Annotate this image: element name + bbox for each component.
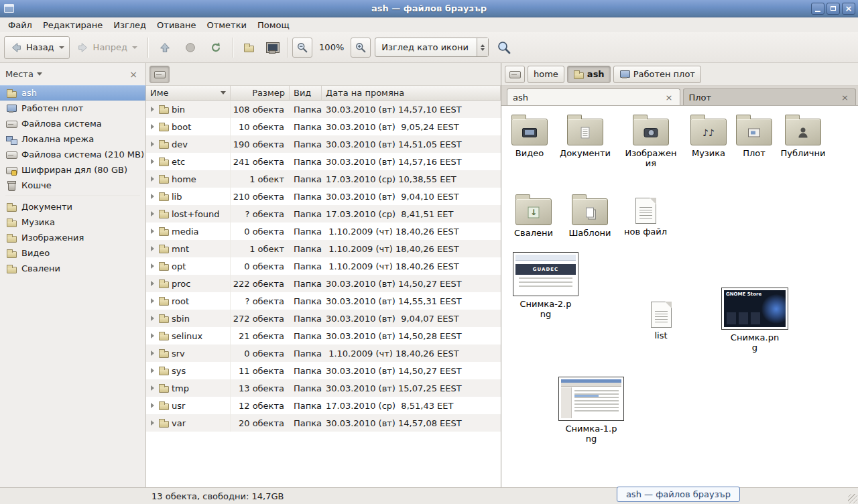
icon-snimka-1[interactable]: Снимка-1.png [554, 377, 628, 444]
expander-icon[interactable] [151, 316, 154, 321]
table-row-media[interactable]: media0 обектаПапка 1.10.2009 (чт) 18,40,… [146, 223, 501, 240]
menu-bookmarks[interactable]: Отметки [201, 19, 251, 32]
expander-icon[interactable] [151, 194, 154, 199]
maximize-button[interactable] [826, 3, 840, 15]
expander-icon[interactable] [151, 107, 154, 112]
icon-list[interactable]: list [633, 298, 689, 341]
sidebar-item-trash[interactable]: Кошче [0, 178, 145, 193]
expander-icon[interactable] [151, 368, 154, 373]
expander-icon[interactable] [151, 263, 154, 269]
icon-downloads[interactable]: Свалени [505, 194, 562, 239]
sidebar-item-videos[interactable]: Видео [0, 245, 145, 261]
menu-go[interactable]: Отиване [151, 19, 201, 32]
computer-button[interactable] [261, 36, 282, 59]
table-row-tmp[interactable]: tmp13 обектаПапка30.03.2010 (вт) 15,07,2… [146, 379, 501, 397]
sidebar-selector-chevron-icon[interactable] [37, 72, 42, 76]
home-button[interactable] [238, 36, 259, 59]
icon-templates[interactable]: Шаблони [562, 194, 618, 239]
table-row-sbin[interactable]: sbin272 обектаПапка30.03.2010 (вт) 9,04,… [146, 310, 501, 327]
menu-edit[interactable]: Редактиране [38, 19, 108, 32]
expander-icon[interactable] [151, 124, 154, 129]
icon-view-canvas[interactable]: ВидеоДокументиИзображенияМузикаПлотПубли… [501, 106, 858, 487]
expander-icon[interactable] [151, 333, 154, 338]
expander-icon[interactable] [151, 176, 154, 182]
pathbar-button-root[interactable] [149, 66, 170, 83]
column-header-modified[interactable]: Дата на промяна [322, 86, 501, 100]
sidebar-item-downloads[interactable]: Свалени [0, 261, 145, 276]
expander-icon[interactable] [151, 229, 154, 234]
forward-history-chevron-icon[interactable] [132, 46, 137, 49]
close-button[interactable]: × [842, 3, 855, 15]
table-row-selinux[interactable]: selinux21 обектаПапка30.03.2010 (вт) 14,… [146, 327, 501, 344]
pathbar-button-home[interactable]: home [528, 66, 564, 83]
icon-videos[interactable]: Видео [501, 114, 558, 159]
table-row-var[interactable]: var20 обектаПапка30.03.2010 (вт) 14,57,0… [146, 414, 501, 432]
minimize-button[interactable] [811, 3, 824, 15]
table-row-etc[interactable]: etc241 обектаПапка30.03.2010 (вт) 14,57,… [146, 153, 501, 170]
expander-icon[interactable] [151, 420, 154, 426]
icon-desktop[interactable]: Плот [726, 114, 782, 159]
pathbar-button-desktop[interactable]: Работен плот [613, 66, 701, 83]
sidebar-item-music[interactable]: Музика [0, 214, 145, 230]
tab-close-icon[interactable]: × [664, 93, 674, 102]
table-row-home[interactable]: home1 обектПапка17.03.2010 (ср) 10,38,55… [146, 170, 501, 188]
table-row-root[interactable]: root? обектаПапка30.03.2010 (вт) 14,55,3… [146, 292, 501, 310]
expander-icon[interactable] [151, 211, 154, 216]
sidebar-item-encrypted-80gb[interactable]: Шифриран дял (80 GB) [0, 162, 145, 178]
column-header-type[interactable]: Вид [290, 86, 322, 100]
sidebar-close-button[interactable]: × [127, 70, 140, 79]
pathbar-button-filesystem-root[interactable] [505, 66, 525, 83]
expander-icon[interactable] [151, 159, 154, 164]
forward-button[interactable]: Напред [71, 36, 143, 59]
sidebar-item-local-network[interactable]: Локална мрежа [0, 131, 145, 147]
search-button[interactable] [493, 36, 515, 59]
menu-file[interactable]: Файл [3, 19, 38, 32]
expander-icon[interactable] [151, 385, 154, 391]
sidebar-item-pictures[interactable]: Изображения [0, 230, 145, 245]
icon-snimka-2[interactable]: GUADECСнимка-2.png [509, 252, 583, 320]
expander-icon[interactable] [151, 141, 154, 147]
view-mode-select[interactable]: Изглед като икони [375, 38, 489, 57]
view-mode-spinner[interactable] [477, 38, 488, 56]
table-row-boot[interactable]: boot10 обектаПапка30.03.2010 (вт) 9,05,2… [146, 118, 501, 135]
sidebar-item-documents[interactable]: Документи [0, 199, 145, 214]
sidebar-item-filesystem-210mb[interactable]: Файлова система (210 MB) [0, 147, 145, 162]
zoom-out-button[interactable] [292, 38, 312, 58]
table-row-lib[interactable]: lib210 обектаПапка30.03.2010 (вт) 9,04,1… [146, 188, 501, 205]
tab-ash[interactable]: ash× [507, 88, 680, 105]
column-header-size[interactable]: Размер [231, 86, 290, 100]
titlebar[interactable]: ash — файлов браузър × [0, 0, 858, 17]
tab-close-icon[interactable]: × [840, 93, 850, 102]
pathbar-button-ash[interactable]: ash [567, 66, 611, 83]
table-row-opt[interactable]: opt0 обектаПапка 1.10.2009 (чт) 18,40,26… [146, 257, 501, 275]
up-button[interactable] [153, 36, 177, 59]
icon-new-file[interactable]: нов файл [617, 194, 674, 237]
table-row-bin[interactable]: bin108 обектаПапка30.03.2010 (вт) 14,57,… [146, 101, 501, 118]
sidebar-item-desktop[interactable]: Работен плот [0, 101, 145, 116]
expander-icon[interactable] [151, 403, 154, 408]
expander-icon[interactable] [151, 351, 154, 356]
expander-icon[interactable] [151, 246, 154, 251]
icon-documents[interactable]: Документи [557, 114, 613, 159]
back-history-chevron-icon[interactable] [59, 46, 64, 49]
table-row-mnt[interactable]: mnt1 обектПапка 1.10.2009 (чт) 18,40,26 … [146, 240, 501, 257]
table-row-sys[interactable]: sys11 обектаПапка30.03.2010 (вт) 14,50,2… [146, 362, 501, 379]
sidebar-item-ash[interactable]: ash [0, 85, 145, 101]
icon-snimka[interactable]: GNOME StoreСнимка.png [718, 288, 792, 353]
table-row-dev[interactable]: dev190 обектаПапка30.03.2010 (вт) 14,51,… [146, 135, 501, 153]
menu-help[interactable]: Помощ [252, 19, 295, 32]
zoom-in-button[interactable] [351, 38, 371, 58]
taskbar-window-button[interactable]: ash — файлов браузър [617, 487, 740, 502]
tab-plot[interactable]: Плот× [683, 88, 857, 105]
resize-grip[interactable] [848, 494, 857, 503]
expander-icon[interactable] [151, 281, 154, 286]
sidebar-item-filesystem[interactable]: Файлова система [0, 116, 145, 131]
reload-button[interactable] [204, 36, 228, 59]
icon-public[interactable]: Публични [775, 114, 831, 159]
column-header-name[interactable]: Име [146, 86, 231, 100]
table-row-srv[interactable]: srv0 обектаПапка 1.10.2009 (чт) 18,40,26… [146, 344, 501, 362]
table-row-usr[interactable]: usr12 обектаПапка17.03.2010 (ср) 8,51,43… [146, 397, 501, 414]
table-row-proc[interactable]: proc222 обектаПапка30.03.2010 (вт) 14,50… [146, 275, 501, 292]
back-button[interactable]: Назад [4, 36, 70, 59]
icon-pictures[interactable]: Изображения [623, 114, 679, 169]
